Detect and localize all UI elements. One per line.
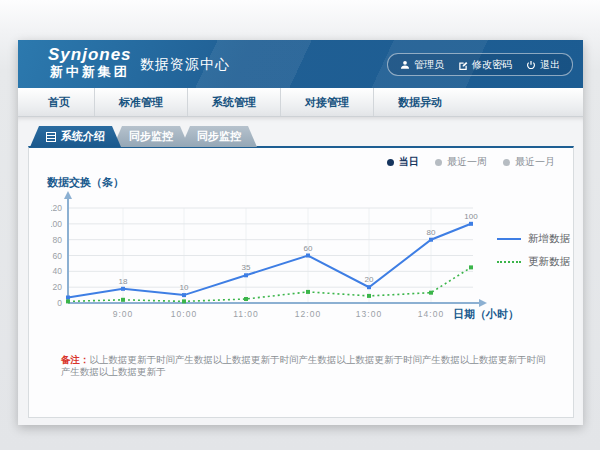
svg-text:18: 18 [119, 277, 128, 286]
svg-text:100: 100 [51, 219, 62, 229]
legend-line-swatch [497, 238, 521, 240]
document-icon [46, 132, 56, 142]
radio-dot-icon [435, 159, 442, 166]
user-label: 管理员 [414, 58, 444, 72]
svg-text:20: 20 [53, 282, 63, 292]
logo-company: 新中新集团 [48, 65, 132, 79]
legend-line-swatch [497, 261, 521, 263]
radio-label: 最近一月 [515, 155, 555, 169]
radio-option-2[interactable]: 最近一周 [435, 155, 487, 169]
x-axis-title: 日期（小时） [453, 307, 519, 322]
user-toolbar: 管理员 修改密码 退出 [387, 53, 573, 76]
range-filter: 当日最近一周最近一月 [387, 155, 555, 169]
svg-text:40: 40 [53, 266, 63, 276]
svg-text:60: 60 [53, 251, 63, 261]
tabs: 系统介绍同步监控同步监控 [30, 126, 249, 147]
footnote-prefix: 备注： [61, 354, 90, 365]
tab-label: 同步监控 [129, 126, 173, 147]
page: Synjones 新中新集团 数据资源中心 管理员 修改密码 退出 首页标准 [0, 0, 600, 450]
logo: Synjones 新中新集团 [48, 46, 132, 79]
svg-text:35: 35 [242, 263, 251, 272]
legend-label: 更新数据 [528, 255, 570, 269]
nav-item-1[interactable]: 首页 [24, 88, 94, 116]
power-icon [526, 60, 536, 70]
svg-text:120: 120 [51, 203, 62, 213]
svg-text:100: 100 [464, 212, 478, 221]
logo-brand: Synjones [48, 46, 132, 65]
tab-label: 系统介绍 [61, 126, 105, 147]
footnote: 备注：以上数据更新于时间产生数据以上数据更新于时间产生数据以上数据更新于时间产生… [61, 354, 553, 379]
svg-text:80: 80 [53, 235, 63, 245]
tab-1[interactable]: 系统介绍 [30, 126, 121, 147]
tab-label: 同步监控 [197, 126, 241, 147]
svg-text:80: 80 [427, 228, 436, 237]
nav-item-4[interactable]: 对接管理 [280, 88, 373, 116]
svg-text:20: 20 [365, 275, 374, 284]
chart-legend: 新增数据更新数据 [497, 232, 570, 269]
logout-button[interactable]: 退出 [526, 58, 560, 72]
legend-item-2: 更新数据 [497, 255, 570, 269]
svg-text:60: 60 [304, 244, 313, 253]
radio-option-1[interactable]: 当日 [387, 155, 419, 169]
svg-text:0: 0 [57, 298, 62, 308]
radio-option-3[interactable]: 最近一月 [503, 155, 555, 169]
nav: 首页标准管理系统管理对接管理数据异动 [18, 88, 583, 117]
radio-dot-icon [503, 159, 510, 166]
tab-3[interactable]: 同步监控 [181, 126, 257, 147]
footnote-text: 以上数据更新于时间产生数据以上数据更新于时间产生数据以上数据更新于时间产生数据以… [61, 354, 546, 377]
header: Synjones 新中新集团 数据资源中心 管理员 修改密码 退出 [18, 40, 583, 88]
svg-text:14:00: 14:00 [418, 309, 444, 319]
chart-panel: 当日最近一周最近一月 数据交换（条） 0204060801001209:0010… [28, 146, 574, 418]
legend-item-1: 新增数据 [497, 232, 570, 246]
svg-text:10: 10 [180, 283, 189, 292]
line-chart: 0204060801001209:0010:0011:0012:0013:001… [51, 188, 496, 330]
nav-item-5[interactable]: 数据异动 [373, 88, 466, 116]
change-password-label: 修改密码 [472, 58, 512, 72]
content: 系统介绍同步监控同步监控 当日最近一周最近一月 数据交换（条） 02040608… [18, 117, 583, 425]
nav-item-2[interactable]: 标准管理 [94, 88, 187, 116]
change-password-button[interactable]: 修改密码 [458, 58, 512, 72]
user-button[interactable]: 管理员 [400, 58, 444, 72]
radio-dot-icon [387, 159, 394, 166]
edit-icon [458, 60, 468, 70]
svg-text:9:00: 9:00 [113, 309, 134, 319]
page-title: 数据资源中心 [140, 56, 230, 74]
legend-label: 新增数据 [528, 232, 570, 246]
radio-label: 当日 [399, 155, 419, 169]
nav-item-3[interactable]: 系统管理 [187, 88, 280, 116]
svg-text:13:00: 13:00 [356, 309, 382, 319]
logout-label: 退出 [540, 58, 560, 72]
tab-2[interactable]: 同步监控 [113, 126, 189, 147]
svg-text:12:00: 12:00 [295, 309, 321, 319]
user-icon [400, 60, 410, 70]
radio-label: 最近一周 [447, 155, 487, 169]
svg-text:10:00: 10:00 [171, 309, 197, 319]
app-window: Synjones 新中新集团 数据资源中心 管理员 修改密码 退出 首页标准 [18, 40, 583, 425]
svg-text:11:00: 11:00 [233, 309, 259, 319]
